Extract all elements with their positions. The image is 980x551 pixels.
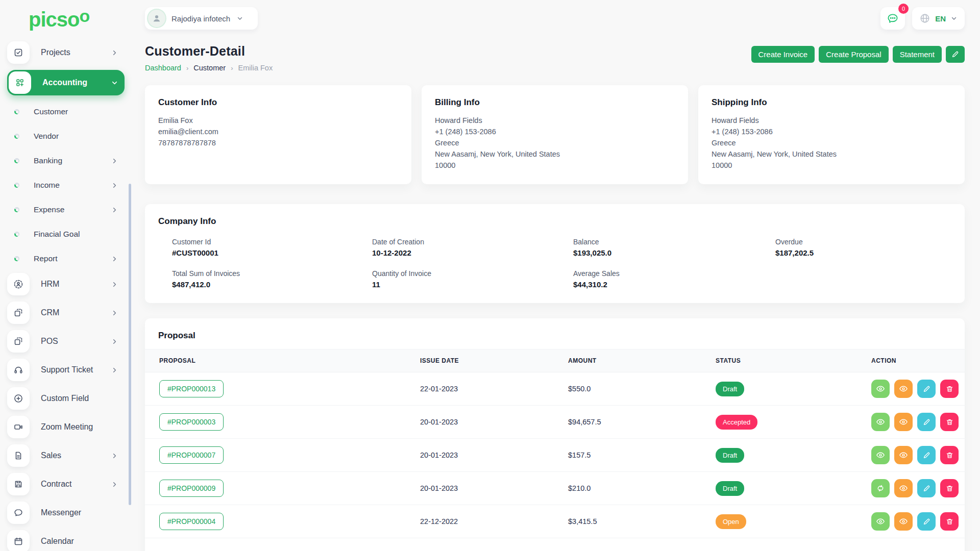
sidebar-item-banking[interactable]: Banking bbox=[14, 151, 125, 171]
bullet-icon bbox=[14, 158, 19, 163]
sidebar-item-calendar[interactable]: Calendar bbox=[7, 530, 125, 551]
convert-action-button[interactable] bbox=[871, 479, 890, 497]
view-action-button[interactable] bbox=[894, 479, 913, 497]
sidebar-item-report[interactable]: Report bbox=[14, 248, 125, 269]
breadcrumb-item-customer[interactable]: Customer bbox=[193, 64, 226, 72]
bullet-icon bbox=[14, 256, 19, 261]
workspace-selector[interactable]: Rajodiya infotech bbox=[145, 7, 258, 30]
sidebar-item-label: Projects bbox=[41, 48, 111, 57]
billing-info-lines: Howard Fields+1 (248) 153-2086GreeceNew … bbox=[435, 115, 675, 171]
sidebar-item-projects[interactable]: Projects bbox=[7, 41, 125, 64]
sidebar-item-label: Customer bbox=[34, 107, 125, 116]
view-action-button[interactable] bbox=[894, 380, 913, 398]
customer-info-lines: Emilia Foxemilia@client.com7878787878787… bbox=[158, 115, 398, 148]
eye-icon bbox=[899, 417, 908, 427]
field-label: Overdue bbox=[775, 238, 951, 246]
sidebar-item-zoom-meeting[interactable]: Zoom Meeting bbox=[7, 416, 125, 438]
chevron-down-icon bbox=[236, 15, 243, 22]
sidebar-item-sales[interactable]: Sales bbox=[7, 444, 125, 467]
sidebar-item-vendor[interactable]: Vendor bbox=[14, 126, 125, 146]
bullet-icon bbox=[14, 183, 19, 188]
sidebar-item-pos[interactable]: POS bbox=[7, 330, 125, 353]
table-body: #PROP00001322-01-2023$550.0Draft#PROP000… bbox=[145, 372, 965, 538]
sidebar-item-customer[interactable]: Customer bbox=[14, 102, 125, 122]
language-selector[interactable]: EN bbox=[912, 7, 965, 30]
field-value: $187,202.5 bbox=[775, 248, 951, 257]
info-line: 78787878787878 bbox=[158, 137, 398, 148]
messages-button[interactable]: 0 bbox=[880, 7, 905, 30]
sidebar-item-expense[interactable]: Expense bbox=[14, 199, 125, 220]
sidebar-item-messenger[interactable]: Messenger bbox=[7, 502, 125, 524]
edit-customer-button[interactable] bbox=[946, 46, 965, 63]
proposal-link[interactable]: #PROP000003 bbox=[159, 413, 224, 431]
sidebar-scrollbar[interactable] bbox=[129, 184, 131, 505]
view-action-button[interactable] bbox=[871, 512, 890, 531]
company-field-balance: Balance$193,025.0 bbox=[573, 238, 775, 257]
edit-action-button[interactable] bbox=[917, 380, 936, 398]
delete-action-button[interactable] bbox=[940, 446, 959, 464]
sidebar-item-label: Contract bbox=[41, 480, 111, 489]
sidebar-item-hrm[interactable]: HRM bbox=[7, 273, 125, 295]
view-action-button[interactable] bbox=[871, 413, 890, 431]
create-invoice-button[interactable]: Create Invoice bbox=[751, 46, 815, 63]
edit-action-button[interactable] bbox=[917, 446, 936, 464]
chevron-right-icon bbox=[111, 366, 118, 374]
edit-action-button[interactable] bbox=[917, 413, 936, 431]
view-action-button[interactable] bbox=[871, 446, 890, 464]
sidebar-item-label: Banking bbox=[34, 156, 111, 165]
pos-icon bbox=[7, 330, 30, 353]
crm-icon bbox=[7, 302, 30, 324]
bullet-icon bbox=[14, 109, 19, 114]
amount-cell: $157.5 bbox=[568, 451, 716, 459]
sidebar-item-finacial-goal[interactable]: Finacial Goal bbox=[14, 224, 125, 244]
view-action-button[interactable] bbox=[894, 446, 913, 464]
proposal-link[interactable]: #PROP000009 bbox=[159, 480, 224, 497]
bullet-icon bbox=[14, 134, 19, 139]
view-action-button[interactable] bbox=[894, 413, 913, 431]
edit-action-button[interactable] bbox=[917, 512, 936, 531]
info-line: Greece bbox=[435, 137, 675, 148]
app-logo[interactable]: picsoo bbox=[0, 0, 132, 34]
plus-circle-icon bbox=[7, 387, 30, 410]
breadcrumb-separator: › bbox=[186, 64, 188, 72]
bullet-icon bbox=[14, 232, 19, 237]
view-action-button[interactable] bbox=[871, 380, 890, 398]
chevron-right-icon bbox=[111, 481, 118, 488]
status-badge: Draft bbox=[716, 448, 744, 463]
sidebar-menu: ProjectsAccountingCustomerVendorBankingI… bbox=[0, 34, 132, 551]
sidebar-item-accounting[interactable]: Accounting bbox=[7, 70, 125, 95]
issue-date-cell: 22-01-2023 bbox=[420, 385, 568, 393]
sidebar-item-support-ticket[interactable]: Support Ticket bbox=[7, 359, 125, 381]
logo-text: picso bbox=[29, 8, 79, 31]
chevron-right-icon bbox=[111, 49, 118, 57]
create-proposal-button[interactable]: Create Proposal bbox=[819, 46, 888, 63]
delete-action-button[interactable] bbox=[940, 380, 959, 398]
info-line: 10000 bbox=[712, 160, 951, 171]
pencil-icon bbox=[922, 385, 931, 393]
actions-cell bbox=[871, 413, 959, 431]
language-label: EN bbox=[935, 14, 946, 23]
proposal-link[interactable]: #PROP000004 bbox=[159, 513, 224, 530]
delete-action-button[interactable] bbox=[940, 413, 959, 431]
proposal-link[interactable]: #PROP000007 bbox=[159, 446, 224, 464]
sidebar-item-label: CRM bbox=[41, 308, 111, 317]
bullet-icon bbox=[14, 207, 19, 212]
statement-button[interactable]: Statement bbox=[893, 46, 942, 63]
delete-action-button[interactable] bbox=[940, 512, 959, 531]
page-actions: Create Invoice Create Proposal Statement bbox=[751, 46, 965, 63]
proposal-link[interactable]: #PROP000013 bbox=[159, 380, 224, 397]
sidebar-item-custom-field[interactable]: Custom Field bbox=[7, 387, 125, 410]
info-line: 10000 bbox=[435, 160, 675, 171]
edit-action-button[interactable] bbox=[917, 479, 936, 497]
delete-action-button[interactable] bbox=[940, 479, 959, 497]
sidebar-item-crm[interactable]: CRM bbox=[7, 302, 125, 324]
trash-icon bbox=[945, 418, 954, 427]
sidebar-item-income[interactable]: Income bbox=[14, 175, 125, 195]
column-header-action: ACTION bbox=[871, 357, 952, 364]
view-action-button[interactable] bbox=[894, 512, 913, 531]
sidebar-item-contract[interactable]: Contract bbox=[7, 473, 125, 495]
sidebar-item-label: Finacial Goal bbox=[34, 230, 125, 239]
pencil-icon bbox=[922, 451, 931, 460]
breadcrumb-item-dashboard[interactable]: Dashboard bbox=[145, 64, 181, 72]
info-line: Emilia Fox bbox=[158, 115, 398, 126]
